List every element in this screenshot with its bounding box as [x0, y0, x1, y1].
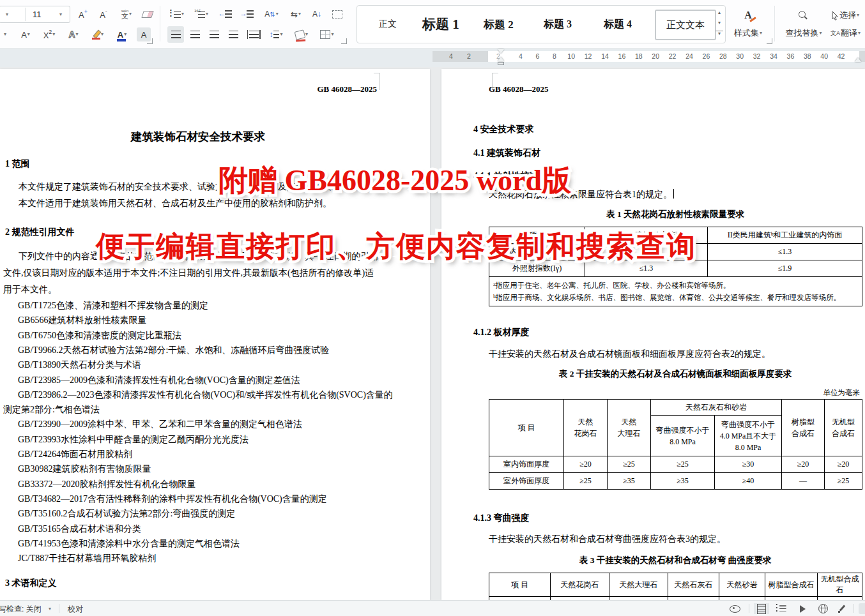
gallery-expand-icon[interactable]: ▾ [716, 31, 723, 36]
table-cell: 无机型 合成石 [825, 400, 862, 456]
ruler-number: 22 [669, 52, 677, 60]
outline-icon [776, 605, 786, 612]
reference-line: GB/T6750色漆和清漆密度的测定比重瓶法 [18, 330, 181, 342]
table-cell: 天然砂岩 [719, 573, 765, 597]
font-name-chevron-icon[interactable]: ▾ [6, 12, 8, 17]
page-header: GB 46028—2025 [317, 84, 377, 94]
style-item-heading1[interactable]: 标题 1 [422, 6, 459, 43]
spellcheck-chevron-icon[interactable]: ▾ [49, 606, 51, 612]
find-replace-label[interactable]: 查找替换▾ [778, 27, 829, 40]
clipped-combo-chevron-icon[interactable]: ▾ [4, 32, 6, 37]
increase-font-button[interactable]: A+ [74, 6, 92, 22]
clear-format-button[interactable] [139, 6, 156, 22]
find-replace-button[interactable] [792, 8, 813, 23]
font-size-value[interactable]: 11 [33, 10, 42, 19]
numbered-list-button[interactable]: ▾ [190, 6, 212, 22]
select-button[interactable]: 选择▾ [831, 8, 865, 23]
page-view-button[interactable] [754, 603, 769, 614]
ruler-number: 6 [535, 52, 539, 60]
character-accent-button[interactable]: A▾ [15, 26, 36, 43]
style-item-normal[interactable]: 正文 [379, 6, 397, 43]
distribute-button[interactable] [245, 26, 262, 43]
ink-button[interactable] [834, 603, 850, 614]
table-cell: 树脂型合成石 [765, 573, 818, 597]
left-indent-marker[interactable] [498, 62, 504, 65]
gallery-scroll-up-icon[interactable]: ▴ [716, 10, 723, 15]
right-indent-marker[interactable] [855, 57, 861, 62]
proofread-button[interactable]: 校对 [68, 604, 83, 615]
distribute-icon [249, 31, 259, 38]
cursor-arrow-icon [831, 11, 839, 20]
phonetic-guide-button[interactable]: wén 文 ▾ [115, 6, 138, 22]
table-cell: ≤1.9 [708, 260, 862, 277]
borders-button[interactable]: ▾ [316, 26, 339, 43]
clipped-zoom-button[interactable] [859, 603, 865, 614]
text-direction-button[interactable]: A⇅▾ [259, 6, 284, 22]
document-area[interactable]: GB 46028—2025 建筑装饰石材安全技术要求 1 范围 本文件规定了建筑… [0, 67, 865, 600]
hanging-indent-marker[interactable] [498, 57, 504, 61]
align-right-button[interactable] [206, 26, 222, 43]
page-left[interactable]: GB 46028—2025 建筑装饰石材安全技术要求 1 范围 本文件规定了建筑… [0, 69, 430, 600]
highlight-button[interactable]: ▾ [87, 26, 109, 43]
style-item-bodytext-selected[interactable]: 正文文本 [655, 10, 716, 40]
increase-indent-button[interactable]: → [238, 6, 257, 22]
ruler-number: 20 [652, 52, 659, 60]
preview-eye-button[interactable] [727, 603, 742, 614]
table-cell: ≥25 [608, 456, 651, 473]
paragraph-dialog-launcher-icon[interactable] [341, 38, 347, 44]
heading-1-scope: 1 范围 [5, 158, 30, 170]
table-cell: 室外饰面厚度 [489, 473, 564, 490]
font-color-button[interactable]: A▾ [111, 26, 133, 43]
decrease-font-button[interactable]: A- [95, 6, 112, 22]
align-left-button[interactable] [167, 26, 184, 43]
style-item-heading4[interactable]: 标题 4 [604, 6, 632, 43]
style-set-label[interactable]: 样式集▾ [727, 27, 769, 40]
document-title: 建筑装饰石材安全技术要求 [0, 129, 396, 144]
style-set-button[interactable]: A [730, 8, 767, 23]
style-gallery: 正文 标题 1 标题 2 标题 3 标题 4 正文文本 ▴ ▾ ▾ [356, 5, 726, 43]
two-way-arrows-button[interactable]: ⇆▾ [285, 6, 307, 22]
table-cell: — [782, 473, 825, 490]
page-header: GB 46028—2025 [489, 84, 549, 94]
spellcheck-status[interactable]: 拼写检查: 关闭 [0, 604, 42, 615]
reference-line: GB/T24264饰面石材用胶粘剂 [18, 449, 132, 460]
gallery-scroll-down-icon[interactable]: ▾ [716, 20, 723, 26]
heading-2-normative-refs: 2 规范性引用文件 [5, 227, 75, 238]
horizontal-ruler[interactable]: 4 2 2 4681012141618202224262830323436384… [0, 48, 865, 67]
sort-button[interactable]: A↓ [308, 6, 326, 22]
ruler-number: 36 [787, 52, 795, 60]
ruler-number: 40 [820, 52, 828, 60]
page-right[interactable]: GB 46028—2025 4 安全技术要求 4.1 建筑装饰石材 4.1.1 … [441, 69, 865, 600]
paragraph: 干挂安装的天然石材及合成石材镜面板和细面板厚度应符合表2的规定。 [489, 349, 770, 360]
style-item-heading2[interactable]: 标题 2 [484, 6, 514, 43]
font-size-chevron-icon[interactable]: ▾ [59, 12, 62, 17]
superscript-button[interactable]: X2▾ [38, 26, 60, 43]
shading-button[interactable]: ▾ [291, 26, 312, 43]
styles-dialog-launcher-icon[interactable] [767, 38, 772, 44]
table-cell: ≥25 [651, 456, 715, 473]
reference-line: GB33372—2020胶粘剂挥发性有机化合物限量 [18, 479, 195, 490]
margin-mark [379, 73, 380, 90]
play-button[interactable] [795, 603, 810, 614]
highlight-pen-icon [92, 31, 100, 39]
text-effect-button[interactable]: A▾ [63, 26, 84, 43]
line-spacing-button[interactable]: ↕ ▾ [264, 26, 287, 43]
align-justify-button[interactable] [225, 26, 241, 43]
dashed-frame-icon [332, 10, 342, 19]
font-name-size-combo[interactable]: ▾ 11 ▾ [0, 6, 70, 23]
table-cell: 弯曲强度不小于 8.0 MPa [651, 416, 715, 456]
bullet-list-button[interactable]: ▾ [166, 6, 188, 22]
character-border-button[interactable] [328, 6, 346, 22]
align-center-button[interactable] [187, 26, 203, 43]
first-line-indent-marker[interactable] [498, 49, 504, 54]
outline-view-button[interactable] [773, 603, 788, 614]
style-item-heading3[interactable]: 标题 3 [544, 6, 572, 43]
decrease-indent-button[interactable]: ← [216, 6, 235, 22]
ruler-number: 24 [685, 52, 693, 60]
align-right-icon [210, 31, 219, 38]
reference-line: 测定第2部分:气相色谱法 [3, 404, 100, 416]
web-view-button[interactable] [815, 603, 831, 614]
font-dialog-launcher-icon[interactable] [147, 38, 153, 44]
translate-button[interactable]: 文A 翻译▾ [831, 27, 865, 40]
text-cursor [673, 189, 674, 199]
